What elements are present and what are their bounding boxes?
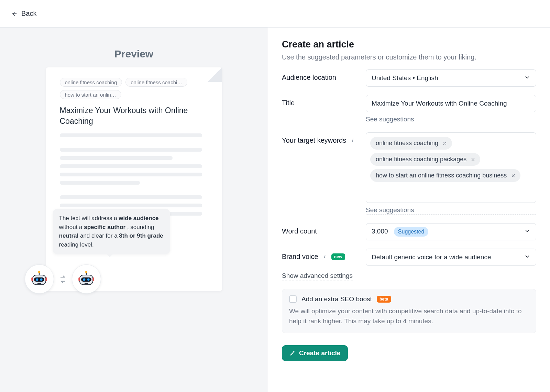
form-pane: Create an article Use the suggested para…: [268, 28, 550, 392]
keyword-tag: online fitness coaching: [370, 137, 452, 150]
svg-point-15: [85, 271, 87, 273]
page-subtitle: Use the suggested parameters or customiz…: [282, 53, 536, 61]
svg-rect-10: [81, 277, 91, 281]
svg-point-6: [38, 271, 40, 273]
keyword-tag-label: online fitness coaching packages: [376, 156, 466, 163]
label-audience-location: Audience location: [282, 69, 364, 81]
avatar-row: [25, 264, 101, 294]
create-article-label: Create article: [299, 349, 340, 357]
chevron-down-icon: [524, 253, 530, 261]
page-title: Create an article: [282, 39, 536, 50]
keywords-input[interactable]: online fitness coaching online fitness c…: [366, 132, 536, 203]
swap-icon: [58, 274, 68, 284]
title-see-suggestions-link[interactable]: See suggestions: [366, 116, 536, 124]
remove-tag-icon[interactable]: [442, 140, 448, 146]
show-advanced-settings-link[interactable]: Show advanced settings: [282, 272, 353, 281]
seo-boost-checkbox[interactable]: [289, 295, 297, 303]
remove-tag-icon[interactable]: [510, 173, 516, 179]
new-badge: new: [331, 253, 345, 260]
info-icon[interactable]: i: [322, 254, 328, 260]
tooltip-text: The text will address a: [59, 215, 119, 221]
page-fold-icon: [208, 67, 222, 82]
word-count-select[interactable]: 3,000 Suggested: [366, 223, 536, 240]
seo-boost-box: Add an extra SEO boost beta We will opti…: [282, 289, 536, 333]
preview-card: online fitness coaching online fitness c…: [46, 67, 222, 291]
preview-doc-title: Maximize Your Workouts with Online Coach…: [60, 105, 208, 127]
svg-point-12: [87, 278, 90, 281]
tooltip-text: reading level.: [59, 241, 94, 248]
robot-icon: [30, 270, 49, 289]
suggested-pill: Suggested: [394, 227, 429, 237]
keyword-tag-label: how to start an online fitness coaching …: [376, 172, 507, 179]
svg-rect-7: [31, 277, 33, 281]
label-brand-voice: Brand voice i new: [282, 249, 364, 261]
back-button[interactable]: Back: [8, 8, 39, 20]
robot-avatar: [25, 264, 54, 294]
info-icon[interactable]: i: [350, 138, 356, 144]
back-label: Back: [21, 10, 36, 18]
arrow-left-icon: [10, 10, 18, 18]
form-grid: Audience location United States • Englis…: [282, 69, 536, 266]
keyword-tag-label: online fitness coaching: [376, 140, 438, 147]
svg-point-3: [40, 278, 43, 281]
tooltip-text: and clear for a: [80, 232, 119, 239]
audience-location-value: United States • English: [372, 74, 438, 82]
tooltip-text: , sounding: [127, 224, 154, 230]
svg-rect-1: [34, 277, 44, 281]
tooltip-bold: 8th or 9th grade: [119, 232, 163, 239]
tooltip-bold: specific author: [84, 224, 125, 230]
audience-location-select[interactable]: United States • English: [366, 69, 536, 87]
chevron-down-icon: [524, 228, 530, 236]
preview-pane: Preview online fitness coaching online f…: [0, 28, 268, 392]
label-keywords-text: Your target keywords: [282, 137, 346, 144]
keywords-see-suggestions-link[interactable]: See suggestions: [366, 206, 536, 215]
svg-rect-13: [85, 283, 88, 284]
label-title: Title: [282, 95, 364, 107]
preview-card-wrap: online fitness coaching online fitness c…: [46, 67, 222, 291]
brand-voice-select[interactable]: Default generic voice for a wide audienc…: [366, 249, 536, 266]
label-brand-voice-text: Brand voice: [282, 253, 318, 261]
seo-boost-title: Add an extra SEO boost: [301, 295, 372, 303]
title-input[interactable]: [366, 95, 536, 112]
keyword-tag: how to start an online fitness coaching …: [370, 169, 520, 182]
svg-point-2: [36, 278, 38, 281]
chevron-down-icon: [524, 74, 530, 82]
preview-heading: Preview: [114, 48, 153, 60]
label-keywords: Your target keywords i: [282, 132, 364, 144]
tone-tooltip: The text will address a wide audience wi…: [53, 209, 170, 254]
tooltip-bold: wide audience: [119, 215, 158, 221]
main: Preview online fitness coaching online f…: [0, 28, 550, 392]
tooltip-bold: neutral: [59, 232, 79, 239]
top-bar: Back: [0, 0, 550, 28]
create-article-button[interactable]: Create article: [282, 345, 348, 361]
tooltip-text: without a: [59, 224, 84, 230]
seo-boost-desc: We will optimize your content with compe…: [289, 306, 529, 326]
preview-chip: online fitness coachi…: [125, 78, 187, 87]
preview-chip: online fitness coaching: [60, 78, 122, 87]
robot-avatar: [72, 264, 101, 294]
svg-rect-17: [92, 277, 94, 281]
preview-chip: how to start an onlin…: [60, 90, 121, 99]
svg-rect-16: [78, 277, 80, 281]
brand-voice-value: Default generic voice for a wide audienc…: [372, 253, 491, 261]
robot-icon: [77, 270, 96, 289]
label-word-count: Word count: [282, 223, 364, 235]
magic-pen-icon: [289, 350, 296, 356]
word-count-value: 3,000: [372, 228, 388, 235]
svg-rect-4: [37, 283, 41, 284]
preview-chips: online fitness coaching online fitness c…: [60, 78, 208, 99]
form-scroll[interactable]: Create an article Use the suggested para…: [268, 28, 550, 339]
keyword-tag: online fitness coaching packages: [370, 153, 480, 166]
beta-badge: beta: [377, 296, 391, 303]
remove-tag-icon[interactable]: [470, 156, 476, 163]
svg-point-11: [83, 278, 85, 281]
footer-bar: Create article: [268, 339, 550, 367]
svg-rect-8: [45, 277, 47, 281]
